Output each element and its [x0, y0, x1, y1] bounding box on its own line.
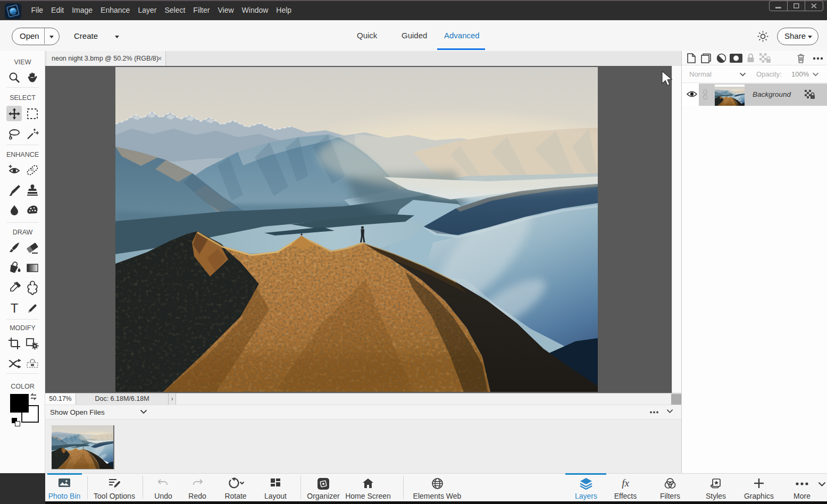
- svg-text:T: T: [11, 301, 19, 315]
